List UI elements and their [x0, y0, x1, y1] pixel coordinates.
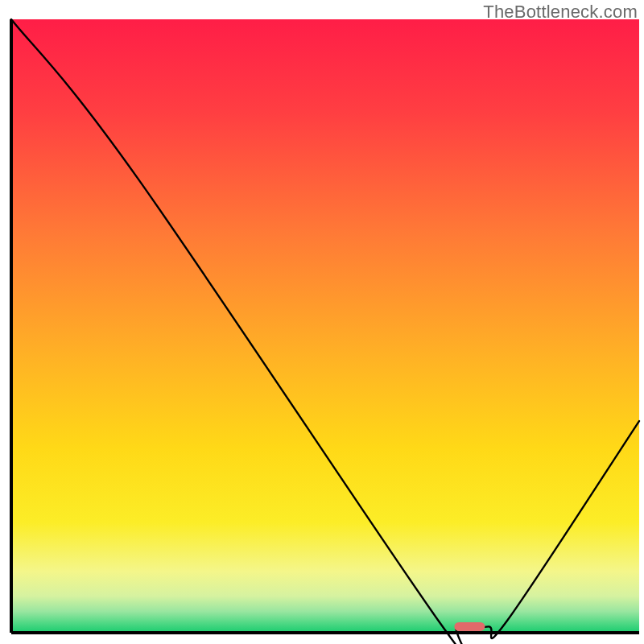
chart-container: { "watermark": "TheBottleneck.com", "cha…: [0, 0, 644, 644]
bottleneck-chart: [0, 0, 644, 644]
gradient-background: [11, 19, 639, 633]
watermark-text: TheBottleneck.com: [483, 2, 638, 23]
optimal-marker: [454, 622, 485, 631]
